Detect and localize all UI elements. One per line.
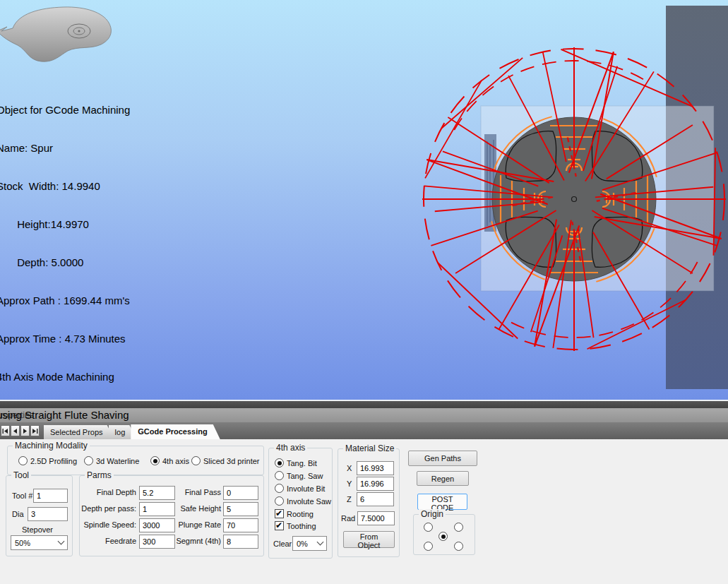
gen-paths-button[interactable]: Gen Paths (408, 451, 477, 466)
stepover-value: 50% (15, 539, 30, 547)
rooting-checkbox[interactable]: Rooting (275, 509, 314, 518)
radio-label: Sliced 3d printer (203, 457, 260, 465)
checkbox-label: Rooting (287, 510, 314, 518)
checkbox-icon[interactable] (275, 521, 284, 530)
group-label: Material Size (343, 443, 396, 453)
plunge-rate-label: Plunge Rate (165, 520, 221, 529)
group-label: Tool (11, 470, 31, 480)
spindle-speed-label: Spindle Speed: (81, 520, 136, 529)
final-depth-label: Final Depth (81, 488, 136, 496)
tab-gcode-processing[interactable]: GCode Processing (131, 424, 220, 439)
tool-number-input[interactable] (33, 489, 68, 503)
radio-icon[interactable] (84, 456, 93, 465)
toothing-checkbox[interactable]: Toothing (275, 521, 316, 530)
checkbox-icon[interactable] (275, 509, 284, 518)
radio-icon[interactable] (275, 496, 284, 506)
radio-icon[interactable] (275, 484, 284, 493)
info-line: Stock Width: 14.9940 (0, 180, 130, 193)
radio-involute-saw[interactable]: Involute Saw (275, 496, 331, 506)
rad-label: Rad (341, 514, 355, 523)
origin-bottom-right-radio[interactable] (454, 542, 463, 551)
parms-group: Parms Final Depth Final Pass Depth per p… (79, 475, 264, 556)
stepover-label: Stepover (22, 525, 53, 534)
fourth-axis-group: 4th axis Tang. Bit Tang. Saw Involute Bi… (268, 448, 333, 559)
info-line: Approx Time : 4.73 Minutes (0, 333, 130, 345)
material-z-input[interactable] (357, 492, 394, 506)
radio-sliced-3d-printer[interactable]: Sliced 3d printer (191, 456, 260, 465)
chevron-down-icon (58, 538, 65, 545)
material-y-input[interactable] (357, 477, 394, 491)
machining-viewport[interactable]: Object for GCode Machining Name: Spur St… (0, 0, 728, 400)
clear-label: Clear (273, 540, 292, 548)
chevron-down-icon (317, 539, 324, 546)
final-pass-input[interactable] (223, 486, 258, 500)
machining-info: Object for GCode Machining Name: Spur St… (0, 78, 130, 447)
info-line: Height:14.9970 (0, 218, 130, 231)
radio-label: 4th axis (162, 457, 189, 465)
object-preview (0, 1, 123, 72)
x-label: X (347, 464, 352, 472)
origin-top-right-radio[interactable] (454, 523, 463, 532)
material-rad-input[interactable] (357, 511, 395, 525)
post-code-button[interactable]: POST CODE (417, 494, 467, 510)
depth-per-pass-label: Depth per pass: (81, 504, 136, 513)
radio-4th-axis[interactable]: 4th axis (150, 456, 189, 465)
radio-tang-saw[interactable]: Tang. Saw (275, 471, 323, 480)
radio-label: Involute Saw (287, 497, 331, 506)
tool-group: Tool Tool # Dia Stepover 50% (6, 475, 73, 556)
dia-input[interactable] (28, 507, 68, 521)
radio-label: 3d Waterline (96, 457, 139, 465)
info-line: Approx Path : 1699.44 mm's (0, 294, 130, 307)
y-label: Y (347, 479, 352, 488)
tool-number-label: Tool # (12, 491, 32, 500)
radio-icon[interactable] (191, 456, 201, 465)
clear-select[interactable]: 0% (292, 536, 327, 551)
feedrate-label: Feedrate (81, 537, 136, 545)
radio-involute-bit[interactable]: Involute Bit (275, 484, 325, 493)
segmnt-input[interactable] (223, 535, 258, 549)
z-label: Z (347, 495, 352, 503)
info-line: Name: Spur (0, 142, 130, 155)
material-size-group: Material Size X Y Z Rad From Object (338, 448, 400, 557)
dia-label: Dia (12, 510, 24, 518)
regen-button[interactable]: Regen (417, 471, 469, 486)
info-line: Object for GCode Machining (0, 104, 130, 117)
safe-height-label: Safe Height (165, 504, 221, 513)
radio-icon[interactable] (275, 458, 284, 467)
checkbox-label: Toothing (287, 522, 316, 530)
origin-center-radio[interactable] (438, 532, 448, 541)
radio-3d-waterline[interactable]: 3d Waterline (84, 456, 139, 465)
group-label: Origin (419, 509, 446, 519)
cam-application-window: Object for GCode Machining Name: Spur St… (0, 0, 728, 584)
group-label: Parms (85, 470, 114, 480)
stepover-select[interactable]: 50% (11, 535, 68, 550)
group-label: 4th axis (274, 443, 307, 453)
radio-label: Tang. Saw (287, 472, 323, 480)
final-pass-label: Final Pass (165, 488, 221, 496)
info-line: Depth: 5.0000 (0, 256, 130, 269)
gcode-processing-page: Machining Modality 2.5D Profiling 3d Wat… (0, 439, 728, 584)
safe-height-input[interactable] (223, 502, 258, 516)
radio-tang-bit[interactable]: Tang. Bit (275, 458, 317, 467)
radio-label: Involute Bit (287, 484, 325, 493)
info-line: using Straight Flute Shaving (0, 409, 130, 422)
machining-modality-group: Machining Modality 2.5D Profiling 3d Wat… (7, 446, 264, 475)
origin-bottom-left-radio[interactable] (424, 542, 433, 551)
plunge-rate-input[interactable] (223, 518, 258, 532)
from-object-button[interactable]: From Object (343, 531, 395, 548)
info-line: 4th Axis Mode Machining (0, 371, 130, 383)
clear-value: 0% (297, 540, 308, 548)
radio-icon[interactable] (150, 456, 160, 465)
radio-label: Tang. Bit (287, 459, 317, 467)
origin-top-left-radio[interactable] (424, 523, 433, 532)
radio-icon[interactable] (18, 456, 28, 465)
origin-group: Origin (413, 514, 475, 555)
radio-label: 2.5D Profiling (30, 457, 77, 465)
radio-25d-profiling[interactable]: 2.5D Profiling (18, 456, 77, 465)
segmnt-label: Segmnt (4th) (165, 537, 221, 545)
radio-icon[interactable] (275, 471, 284, 480)
material-x-input[interactable] (357, 461, 394, 475)
